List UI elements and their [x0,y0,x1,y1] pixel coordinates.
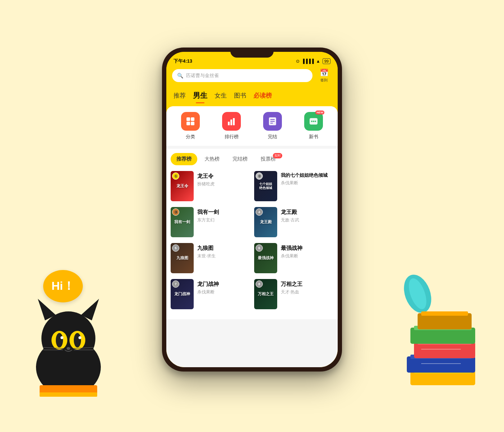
category-label: 分类 [186,134,195,140]
book-item-5[interactable]: 九狼图 5 九狼图 末世·求生 [171,243,250,273]
cat-character [22,288,115,403]
phone-outer: 下午4:13 ⊙ ▐▐▐▐ ▲ 99 🔍 匹诺曹与金丝雀 📅 [162,48,342,372]
book-cover-6: 最强战神 6 [254,243,277,273]
quick-item-complete[interactable]: 完结 [252,112,293,140]
tab-female[interactable]: 女生 [215,90,227,101]
book-row-2: 我有一剑 ③ 我有一剑 东方玄幻 龙王殿 [171,207,333,237]
checkin-icon: 📅 [320,68,329,77]
svg-rect-31 [186,117,190,121]
book-title-5: 九狼图 [197,244,250,252]
rank-badge-8: 8 [256,280,263,288]
search-icon: 🔍 [177,73,183,78]
rank-badge-6: 6 [256,244,263,252]
book-subtitle-2: 杀伐果断 [281,180,333,186]
svg-point-8 [74,333,81,347]
tab-recommend[interactable]: 推荐 [174,90,186,101]
status-icons: ⊙ ▐▐▐▐ ▲ 99 [296,58,330,64]
book-subtitle-8: 天才·热血 [281,289,333,295]
quick-item-ranking[interactable]: 排行榜 [211,112,252,140]
battery-indicator: 99 [323,58,330,64]
book-info-7: 龙门战神 杀伐果断 [197,279,250,295]
tab-male[interactable]: 男生 [193,89,207,102]
bluetooth-icon: ⊙ [296,59,300,64]
quick-item-category[interactable]: 分类 [170,112,211,140]
svg-rect-32 [191,117,194,121]
search-area: 🔍 匹诺曹与金丝雀 📅 签到 [166,65,338,88]
book-item-8[interactable]: 万相之王 8 万相之王 天才·热血 [254,279,333,309]
book-row-3: 九狼图 5 九狼图 末世·求生 最强战神 [171,243,333,273]
book-list: 龙王令 ① 龙王令 扮猪吃虎 七个姐姐绝色倾城 [166,165,338,319]
books-decoration [403,306,482,407]
book-subtitle-1: 扮猪吃虎 [197,181,250,187]
complete-label: 完结 [268,134,277,140]
book-subtitle-6: 杀伐果断 [281,253,333,259]
book-item-4[interactable]: 龙王殿 4 龙王殿 无敌·古武 [254,207,333,237]
newbook-icon: NEW [304,112,323,131]
book-row-4: 龙门战神 7 龙门战神 杀伐果断 万相之王 [171,279,333,309]
rank-badge-1: ① [172,172,179,180]
book-cover-5: 九狼图 5 [171,243,194,273]
rank-badge-7: 7 [172,280,179,288]
book-title-2: 我的七个姐姐绝色倾城 [281,172,333,179]
book-subtitle-5: 末世·求生 [197,253,250,259]
ranking-label: 排行榜 [225,134,239,140]
book-title-3: 我有一剑 [197,208,250,216]
book-item-7[interactable]: 龙门战神 7 龙门战神 杀伐果断 [171,279,250,309]
svg-point-9 [78,336,81,339]
book-row-1: 龙王令 ① 龙王令 扮猪吃虎 七个姐姐绝色倾城 [171,171,333,201]
svg-rect-28 [421,311,468,316]
svg-point-6 [60,336,63,339]
rank-badge-2: ② [256,172,263,180]
search-bar[interactable]: 🔍 匹诺曹与金丝雀 [172,69,312,82]
book-info-6: 最强战神 杀伐果断 [281,243,333,259]
phone-notch [230,48,274,58]
svg-rect-33 [186,122,190,125]
rank-badge-3: ③ [172,208,179,216]
rank-badge-4: 4 [256,208,263,216]
tab-vote-rank[interactable]: 投票榜 实时 [255,153,282,165]
svg-point-43 [311,121,312,122]
book-cover-8: 万相之王 8 [254,279,277,309]
wifi-icon: ▲ [316,59,320,64]
book-item-1[interactable]: 龙王令 ① 龙王令 扮猪吃虎 [171,171,250,201]
main-scroll[interactable]: 分类 排行榜 [166,106,338,367]
tab-hot-rank[interactable]: 大热榜 [199,153,225,165]
book-cover-3: 我有一剑 ③ [171,207,194,237]
ranking-tabs: 推荐榜 大热榜 完结榜 投票榜 实时 [166,149,338,165]
status-time: 下午4:13 [174,58,192,64]
quick-item-newbook[interactable]: NEW 新书 [293,112,334,140]
svg-rect-35 [228,122,230,125]
quick-access: 分类 排行榜 [166,106,338,149]
book-cover-1: 龙王令 ① [171,171,194,201]
tab-complete-rank[interactable]: 完结榜 [227,153,253,165]
book-title-8: 万相之王 [281,280,333,288]
tab-mustread[interactable]: 必读榜 [253,90,272,101]
checkin-label: 签到 [320,78,328,83]
newbook-label: 新书 [309,134,318,140]
book-title-6: 最强战神 [281,244,333,252]
phone-inner: 下午4:13 ⊙ ▐▐▐▐ ▲ 99 🔍 匹诺曹与金丝雀 📅 [166,52,338,367]
svg-point-5 [56,333,63,347]
book-info-3: 我有一剑 东方玄幻 [197,207,250,223]
svg-point-44 [313,121,314,122]
svg-rect-37 [233,118,235,125]
checkin-button[interactable]: 📅 签到 [316,68,332,84]
book-info-4: 龙王殿 无敌·古武 [281,207,333,223]
book-cover-2: 七个姐姐绝色倾城 ② [254,171,277,201]
tab-books[interactable]: 图书 [234,90,246,101]
tab-recommend-rank[interactable]: 推荐榜 [171,153,197,165]
book-item-6[interactable]: 最强战神 6 最强战神 杀伐果断 [254,243,333,273]
book-item-2[interactable]: 七个姐姐绝色倾城 ② 我的七个姐姐绝色倾城 杀伐果断 [254,171,333,201]
svg-point-1 [41,311,95,365]
svg-point-45 [315,121,316,122]
book-subtitle-7: 杀伐果断 [197,289,250,295]
book-title-1: 龙王令 [197,172,250,180]
svg-rect-34 [191,122,194,125]
book-subtitle-3: 东方玄幻 [197,217,250,223]
phone-wrapper: 下午4:13 ⊙ ▐▐▐▐ ▲ 99 🔍 匹诺曹与金丝雀 📅 [162,48,342,372]
book-item-3[interactable]: 我有一剑 ③ 我有一剑 东方玄幻 [171,207,250,237]
book-cover-7: 龙门战神 7 [171,279,194,309]
book-title-4: 龙王殿 [281,208,333,216]
book-subtitle-4: 无敌·古武 [281,217,333,223]
book-info-1: 龙王令 扮猪吃虎 [197,171,250,187]
